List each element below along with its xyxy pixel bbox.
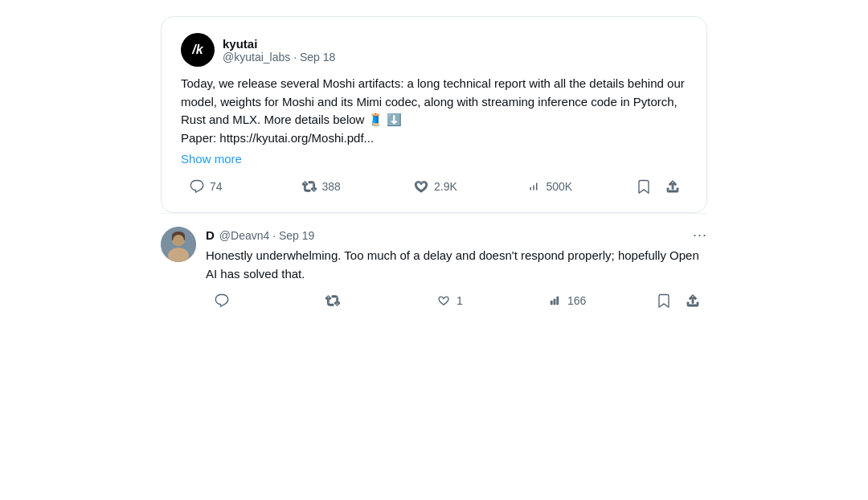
reply-reply-action[interactable] [206,288,317,314]
like-action[interactable]: 2.9K [405,174,518,199]
user-info: kyutai @kyutai_labs · Sep 18 [223,37,335,64]
reply-icon [189,178,205,195]
reply-tweet-deavn4: D @Deavn4 · Sep 19 ··· Honestly underwhe… [161,214,707,320]
avatar-svg [161,227,196,262]
more-options-button[interactable]: ··· [693,227,707,244]
reply-count: 74 [210,180,223,193]
reply-bookmark-action[interactable] [649,288,678,314]
avatar[interactable]: /k [181,33,215,67]
reply-user: D @Deavn4 · Sep 19 [206,228,314,242]
analytics-icon [526,178,542,195]
reply-retweet-action[interactable] [317,288,428,314]
paper-link[interactable]: Paper: https://kyutai.org/Moshi.pdf... [181,131,374,145]
reply-action[interactable]: 74 [181,174,293,199]
retweet-icon [301,178,317,195]
reply-analytics-icon [547,293,563,309]
retweet-action[interactable]: 388 [293,174,406,199]
tweet-body: Today, we release several Moshi artifact… [181,75,687,147]
reply-avatar[interactable] [161,227,196,262]
reply-body: Honestly underwhelming. Too much of a de… [206,247,707,283]
avatar-logo: /k [192,43,203,57]
reply-display-name[interactable]: D [206,228,215,242]
analytics-count: 500K [547,180,573,193]
show-more-link[interactable]: Show more [181,152,687,166]
reply-analytics-count: 166 [567,294,586,307]
reply-reply-icon [214,293,230,309]
reply-heart-icon [436,293,452,309]
reply-share-action[interactable] [678,288,707,314]
bookmark-action[interactable] [629,174,658,199]
reply-content: D @Deavn4 · Sep 19 ··· Honestly underwhe… [206,227,707,314]
handle-date: @kyutai_labs · Sep 18 [223,51,335,64]
tweet-card-kyutai: /k kyutai @kyutai_labs · Sep 18 Today, w… [161,16,707,213]
reply-retweet-icon [325,293,341,309]
reply-analytics-action[interactable]: 166 [538,288,649,314]
reply-like-count: 1 [457,294,463,307]
retweet-count: 388 [322,180,341,193]
analytics-action[interactable]: 500K [518,174,630,199]
reply-handle-date: @Deavn4 · Sep 19 [219,229,315,242]
svg-point-5 [173,235,184,246]
bookmark-icon [636,178,652,195]
feed-container: /k kyutai @kyutai_labs · Sep 18 Today, w… [161,16,707,320]
heart-icon [413,178,429,195]
action-bar: 74 388 2.9K 500K [181,166,687,199]
reply-bookmark-icon [656,293,672,309]
reply-action-bar: 1 166 [206,288,707,314]
reply-share-icon [685,293,701,309]
tweet-header: /k kyutai @kyutai_labs · Sep 18 [181,33,687,67]
share-icon [665,178,681,195]
reply-header: D @Deavn4 · Sep 19 ··· [206,227,707,244]
reply-like-action[interactable]: 1 [428,288,538,314]
like-count: 2.9K [434,180,457,193]
display-name[interactable]: kyutai [223,37,335,51]
share-action[interactable] [658,174,687,199]
